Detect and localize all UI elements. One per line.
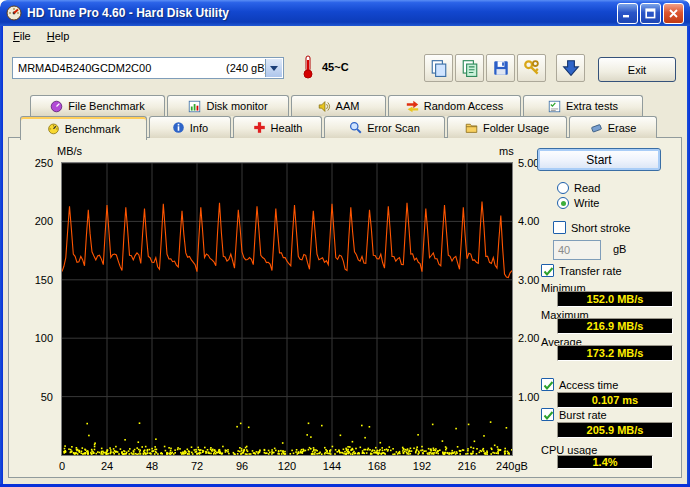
read-radio[interactable]: Read <box>557 182 600 194</box>
file-benchmark-icon <box>50 100 63 113</box>
drive-select-dropdown-button[interactable] <box>265 59 282 77</box>
benchmark-panel: MB/s ms 250 200 150 100 50 5.00 4.00 3.0… <box>8 137 682 478</box>
minimize-icon <box>622 8 633 19</box>
burst-rate-label: Burst rate <box>559 409 607 421</box>
check-icon <box>542 265 555 278</box>
y-axis-tick: 50 <box>21 391 53 403</box>
tab-folder-usage[interactable]: Folder Usage <box>447 116 567 138</box>
copy-screenshot-button[interactable] <box>424 54 453 82</box>
eraser-icon <box>590 121 603 134</box>
average-value: 173.2 MB/s <box>557 345 673 361</box>
options-button[interactable] <box>517 54 546 82</box>
transfer-rate-checkbox[interactable]: Transfer rate <box>541 264 622 277</box>
copy-text-icon <box>461 59 479 77</box>
left-axis-unit: MB/s <box>57 145 82 157</box>
tab-disk-monitor[interactable]: Disk monitor <box>167 95 289 116</box>
read-label: Read <box>574 182 600 194</box>
speaker-icon <box>318 100 331 113</box>
temperature-icon <box>300 54 316 82</box>
hdtune-window: HD Tune Pro 4.60 - Hard Disk Utility Fil… <box>0 0 690 487</box>
tab-extra-tests[interactable]: Extra tests <box>523 95 643 116</box>
x-axis-tick: 96 <box>220 460 264 472</box>
maximize-icon <box>645 8 656 19</box>
window-title: HD Tune Pro 4.60 - Hard Disk Utility <box>27 6 229 20</box>
close-button[interactable] <box>663 3 684 24</box>
radio-dot <box>561 201 566 206</box>
write-label: Write <box>574 197 599 209</box>
titlebar[interactable]: HD Tune Pro 4.60 - Hard Disk Utility <box>0 0 690 26</box>
short-stroke-label: Short stroke <box>571 222 630 234</box>
tab-error-scan[interactable]: Error Scan <box>324 116 445 138</box>
radio-circle <box>557 182 569 194</box>
tab-aam[interactable]: AAM <box>291 95 386 116</box>
radio-circle <box>557 197 569 209</box>
close-icon <box>668 8 679 19</box>
extra-tests-icon <box>548 100 561 113</box>
burst-rate-value: 205.9 MB/s <box>557 422 673 438</box>
tab-file-benchmark[interactable]: File Benchmark <box>30 95 165 116</box>
copy-text-button[interactable] <box>455 54 484 82</box>
disk-monitor-icon <box>188 100 201 113</box>
access-time-label: Access time <box>559 379 618 391</box>
tab-label: Disk monitor <box>206 100 267 112</box>
checkbox-box <box>541 408 554 421</box>
tab-label: File Benchmark <box>68 100 144 112</box>
x-axis-tick: 216 <box>445 460 489 472</box>
tab-health[interactable]: Health <box>233 116 322 138</box>
benchmark-icon <box>47 122 60 135</box>
check-icon <box>542 379 555 392</box>
save-screenshot-button[interactable] <box>486 54 515 82</box>
checkbox-box <box>553 221 566 234</box>
x-axis-tick: 144 <box>310 460 354 472</box>
menu-help[interactable]: Help <box>39 27 78 45</box>
temperature-value: 45~C <box>322 61 349 73</box>
y-axis-tick: 100 <box>21 332 53 344</box>
chart-canvas <box>62 163 512 455</box>
magnifier-icon <box>349 121 362 134</box>
start-button[interactable]: Start <box>537 148 661 171</box>
right-axis-unit: ms <box>499 145 514 157</box>
drive-select[interactable]: MRMAD4B240GCDM2C00 (240 gB) <box>12 57 284 79</box>
write-radio[interactable]: Write <box>557 197 599 209</box>
tab-label: Extra tests <box>566 100 618 112</box>
capture-button[interactable] <box>556 54 585 82</box>
access-time-value: 0.107 ms <box>557 392 673 408</box>
short-stroke-unit-label: gB <box>613 243 626 255</box>
chevron-down-icon <box>270 66 278 71</box>
menu-file[interactable]: File <box>5 27 39 45</box>
x-axis-tick: 0 <box>40 460 84 472</box>
drive-size: (240 gB) <box>226 62 268 74</box>
x-axis-tick: 120 <box>265 460 309 472</box>
x-axis-tick: 168 <box>355 460 399 472</box>
short-stroke-size-input[interactable] <box>553 240 601 260</box>
x-axis-tick: 240gB <box>490 460 534 472</box>
tab-erase[interactable]: Erase <box>569 116 657 138</box>
tab-label: AAM <box>336 100 360 112</box>
transfer-rate-label: Transfer rate <box>559 265 622 277</box>
tab-label: Benchmark <box>65 123 121 135</box>
check-icon <box>542 409 555 422</box>
copy-icon <box>430 59 448 77</box>
keys-icon <box>523 59 541 77</box>
tab-benchmark[interactable]: Benchmark <box>20 116 147 140</box>
window-border-left <box>0 26 3 487</box>
short-stroke-checkbox[interactable]: Short stroke <box>553 221 630 234</box>
menubar: File Help <box>3 26 687 46</box>
folder-icon <box>465 121 478 134</box>
burst-rate-checkbox[interactable]: Burst rate <box>541 408 607 421</box>
health-cross-icon <box>253 121 266 134</box>
y-axis-tick: 250 <box>21 157 53 169</box>
app-icon <box>6 5 22 21</box>
drive-name: MRMAD4B240GCDM2C00 <box>18 62 226 74</box>
y-axis-tick: 150 <box>21 274 53 286</box>
tab-random-access[interactable]: Random Access <box>388 95 521 116</box>
x-axis-tick: 72 <box>175 460 219 472</box>
access-time-checkbox[interactable]: Access time <box>541 378 618 391</box>
tab-label: Health <box>271 122 303 134</box>
arrow-down-icon <box>562 59 580 77</box>
maximize-button[interactable] <box>640 3 661 24</box>
tab-info[interactable]: Info <box>149 116 231 138</box>
minimize-button[interactable] <box>617 3 638 24</box>
titlebar-buttons <box>617 3 684 24</box>
exit-button[interactable]: Exit <box>598 57 676 82</box>
